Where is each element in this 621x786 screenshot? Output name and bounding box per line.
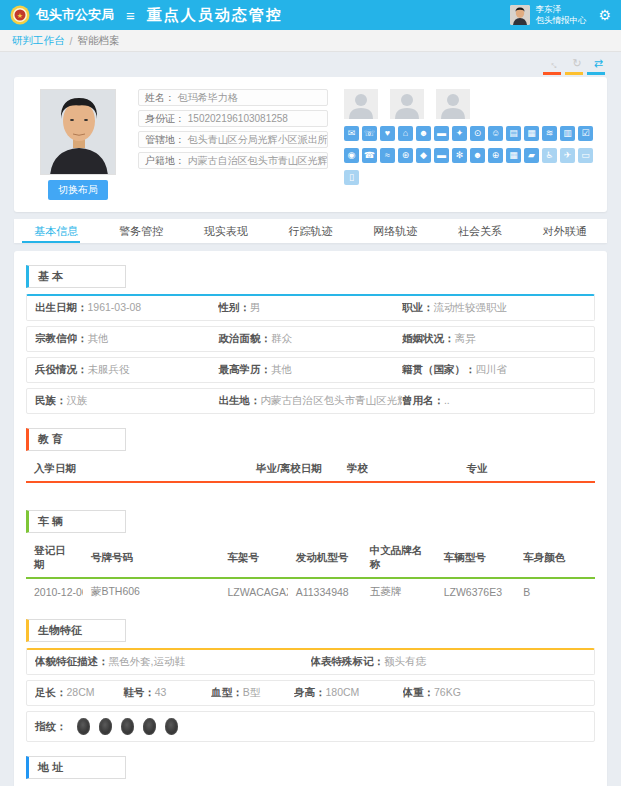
signal-icon[interactable]: ≈	[380, 148, 395, 163]
tab[interactable]: 对外联通	[522, 219, 607, 243]
menu-toggle-icon[interactable]: ≡	[126, 7, 135, 24]
info-cell: 兵役情况：未服兵役	[35, 363, 218, 377]
fingerprint-row: 指纹：	[26, 711, 595, 742]
tag-icon[interactable]: ◆	[416, 148, 431, 163]
breadcrumb-current: 智能档案	[77, 34, 119, 48]
breadcrumb-parent[interactable]: 研判工作台	[12, 34, 65, 48]
vehicle-icon[interactable]: ⊙	[470, 126, 485, 141]
hotel-icon[interactable]: ▬	[434, 126, 449, 141]
education-column-header: 入学日期	[26, 457, 248, 482]
info-cell: 鞋号：43	[123, 686, 211, 700]
vehicle-column-header: 中文品牌名称	[362, 539, 436, 578]
wifi-icon[interactable]: ≋	[542, 126, 557, 141]
person-icon[interactable]: ☺	[488, 126, 503, 141]
field-value: 内蒙古自治区包头市青山区光辉小区(二区)-1-86	[188, 155, 328, 166]
tab-bar: 基本信息警务管控现实表现行踪轨迹网络轨迹社会关系对外联通	[14, 219, 607, 243]
lodging-icon[interactable]: ▬	[434, 148, 449, 163]
tab[interactable]: 社会关系	[438, 219, 523, 243]
fingerprint-images	[77, 718, 187, 735]
taxi-icon[interactable]: ⊛	[398, 148, 413, 163]
fingerprint-image	[121, 718, 134, 735]
legend-bars	[0, 70, 621, 75]
info-cell: 性别：男	[218, 301, 401, 315]
vehicle-row: 2010-12-06 蒙BTH606 LZWACAGAXA2137210 A11…	[26, 578, 595, 605]
chat-icon[interactable]: ✉	[344, 126, 359, 141]
info-cell: 出生地：内蒙古自治区包头市青山区光辉小区(二区)-1-86	[218, 394, 401, 408]
field-value: 150202196103081258	[188, 113, 288, 124]
education-column-header: 学校	[339, 457, 458, 482]
profile-field: 姓名： 包玛希毕力格	[138, 89, 328, 106]
vehicle-cell: 蒙BTH606	[83, 578, 220, 605]
info-cell: 婚姻状况：离异	[402, 332, 585, 346]
telephone-icon[interactable]: ☎	[362, 148, 377, 163]
refresh-icon[interactable]: ↻	[573, 57, 582, 70]
tab[interactable]: 网络轨迹	[353, 219, 438, 243]
user-avatar[interactable]	[510, 5, 530, 25]
data-source-icons-row-3: ▯	[344, 170, 597, 185]
field-label: 身份证：	[145, 113, 185, 124]
field-value: 包头青山区分局光辉小区派出所	[188, 134, 328, 145]
profile-fields: 姓名： 包玛希毕力格 身份证： 150202196103081258 管辖地： …	[138, 89, 328, 200]
info-cell: 身高：180CM	[294, 686, 403, 700]
trash-icon[interactable]: ▯	[344, 170, 359, 185]
related-photos	[344, 89, 597, 119]
section-label-basic: 基 本	[26, 265, 126, 288]
education-icon[interactable]: ✦	[452, 126, 467, 141]
contact-icon[interactable]: ☻	[470, 148, 485, 163]
card-icon[interactable]: ▦	[506, 148, 521, 163]
info-cell: 足长：28CM	[35, 686, 123, 700]
bus-icon[interactable]: ▭	[578, 148, 593, 163]
section-label-education: 教 育	[26, 428, 126, 451]
info-cell: 体貌特征描述：黑色外套,运动鞋	[35, 655, 311, 669]
task-icon[interactable]: ☑	[578, 126, 593, 141]
tab[interactable]: 基本信息	[14, 219, 99, 243]
profile-field: 户籍地： 内蒙古自治区包头市青山区光辉小区(二区)-1-86	[138, 152, 328, 169]
breadcrumb: 研判工作台 / 智能档案	[0, 30, 621, 52]
fingerprint-image	[98, 718, 112, 736]
phone-call-icon[interactable]: ☏	[362, 126, 377, 141]
document-icon[interactable]: ▤	[506, 126, 521, 141]
basic-row: 民族：汉族出生地：内蒙古自治区包头市青山区光辉小区(二区)-1-86曾用名：..	[26, 388, 595, 414]
switch-layout-button[interactable]: 切换布局	[48, 180, 108, 200]
vehicle-cell: B	[515, 578, 595, 605]
heart-icon[interactable]: ♥	[380, 126, 395, 141]
user-name: 李东泽	[535, 4, 586, 15]
data-source-icons-row-2: ◉☎≈⊛◆▬✻☻⊕▦▰♿✈▭	[344, 148, 597, 163]
photo-placeholder-silhouette	[390, 89, 424, 119]
tab[interactable]: 警务管控	[99, 219, 184, 243]
svg-text:★: ★	[17, 12, 23, 19]
vehicle-column-header: 车身颜色	[515, 539, 595, 578]
legend-bar-blue	[587, 72, 605, 75]
collapse-icon[interactable]: ⇄	[594, 57, 603, 70]
vehicle-cell: 2010-12-06	[26, 578, 83, 605]
info-cell: 宗教信仰：其他	[35, 332, 218, 346]
vehicle-column-header: 号牌号码	[83, 539, 220, 578]
family-icon[interactable]: ☻	[416, 126, 431, 141]
info-cell: 曾用名：..	[402, 394, 585, 408]
tab[interactable]: 行踪轨迹	[268, 219, 353, 243]
home-icon[interactable]: ⌂	[398, 126, 413, 141]
user-dept: 包头情报中心	[535, 15, 586, 26]
fingerprint-image	[142, 718, 156, 736]
flight-icon[interactable]: ✈	[560, 148, 575, 163]
tab[interactable]: 现实表现	[183, 219, 268, 243]
info-cell: 最高学历：其他	[218, 363, 401, 377]
breadcrumb-separator: /	[70, 35, 73, 47]
profile-card: 切换布局 姓名： 包玛希毕力格 身份证： 150202196103081258 …	[14, 77, 607, 212]
entertainment-icon[interactable]: ♿	[542, 148, 557, 163]
truck-icon[interactable]: ▰	[524, 148, 539, 163]
basic-row: 兵役情况：未服兵役最高学历：其他籍贯（国家）：四川省	[26, 357, 595, 383]
vehicle-column-header: 车辆型号	[436, 539, 516, 578]
vehicle-cell: A11334948	[288, 578, 362, 605]
legend-bar-yellow	[565, 72, 583, 75]
gear-small-icon[interactable]: ✻	[452, 148, 467, 163]
fingerprint-label: 指纹：	[35, 720, 67, 734]
car-alert-icon[interactable]: ⊕	[488, 148, 503, 163]
bank-icon[interactable]: ▥	[560, 126, 575, 141]
settings-gear-icon[interactable]: ⚙	[598, 7, 611, 23]
image-icon[interactable]: ▦	[524, 126, 539, 141]
education-column-header: 毕业/离校日期	[248, 457, 339, 482]
vehicle-cell: LZWACAGAXA2137210	[219, 578, 287, 605]
section-label-vehicle: 车 辆	[26, 510, 126, 533]
camera-icon[interactable]: ◉	[344, 148, 359, 163]
